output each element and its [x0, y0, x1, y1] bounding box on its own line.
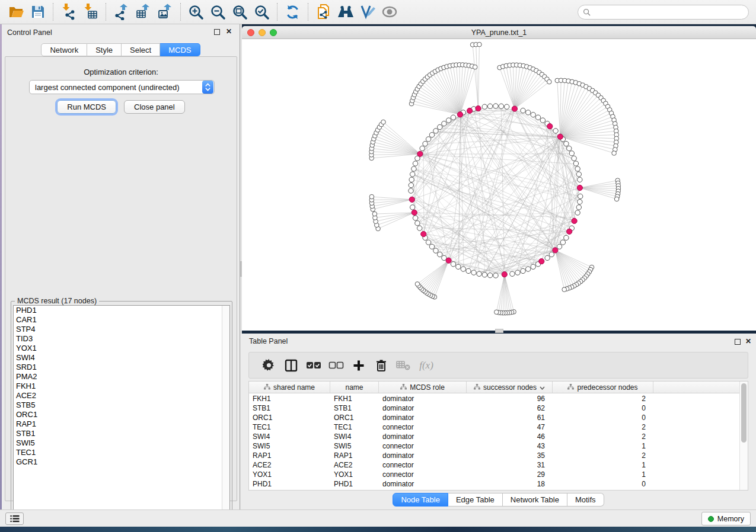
mcds-result-item[interactable]: SRD1	[14, 363, 229, 372]
mcds-result-item[interactable]: STP4	[14, 325, 229, 334]
network-node[interactable]	[575, 210, 580, 215]
cell-successor-nodes[interactable]: 46	[467, 432, 553, 441]
network-node[interactable]	[493, 104, 498, 108]
tab-node-table[interactable]: Node Table	[393, 493, 448, 507]
cell-predecessor-nodes[interactable]: 2	[553, 432, 653, 441]
network-node[interactable]	[531, 264, 535, 269]
network-node[interactable]	[456, 264, 461, 269]
cell-name[interactable]: STB1	[330, 404, 379, 412]
cell-MCDS-role[interactable]: connector	[379, 461, 467, 469]
show-details-eye-icon[interactable]	[378, 1, 400, 23]
tab-select[interactable]: Select	[122, 43, 160, 56]
cell-shared-name[interactable]: PHD1	[249, 480, 330, 488]
mcds-node[interactable]	[572, 218, 577, 223]
network-node[interactable]	[412, 166, 416, 171]
tab-network[interactable]: Network	[41, 43, 87, 56]
table-row[interactable]: SWI5SWI5connector431	[249, 441, 740, 451]
cell-name[interactable]: PHD1	[330, 480, 379, 488]
cell-shared-name[interactable]: YOX1	[249, 470, 330, 479]
mcds-node[interactable]	[512, 106, 517, 111]
cell-predecessor-nodes[interactable]: 1	[553, 442, 653, 450]
mcds-result-item[interactable]: PHD1	[14, 306, 229, 315]
cell-predecessor-nodes[interactable]: 2	[553, 451, 653, 460]
select-all-icon[interactable]	[302, 354, 325, 377]
network-node[interactable]	[473, 65, 477, 69]
network-node[interactable]	[410, 172, 415, 177]
cell-successor-nodes[interactable]: 61	[467, 414, 553, 422]
network-node[interactable]	[521, 268, 525, 273]
cell-successor-nodes[interactable]: 18	[467, 480, 553, 488]
tab-motifs[interactable]: Motifs	[567, 493, 604, 507]
cell-predecessor-nodes[interactable]: 2	[553, 423, 653, 431]
first-neighbors-icon[interactable]	[334, 1, 356, 23]
network-node[interactable]	[614, 197, 619, 201]
cell-name[interactable]: FKH1	[330, 395, 379, 403]
mcds-result-item[interactable]: SWI4	[14, 353, 229, 363]
network-node[interactable]	[526, 267, 531, 271]
export-image-icon[interactable]	[154, 1, 176, 23]
cell-predecessor-nodes[interactable]: 0	[553, 480, 653, 488]
close-panel-icon[interactable]: ✕	[226, 27, 232, 36]
export-network-icon[interactable]	[110, 1, 132, 23]
table-row[interactable]: TEC1TEC1connector472	[249, 422, 740, 432]
network-node[interactable]	[576, 205, 581, 210]
network-node[interactable]	[540, 118, 545, 123]
close-panel-button[interactable]: Close panel	[124, 100, 185, 114]
run-mcds-button[interactable]: Run MCDS	[57, 100, 116, 114]
cell-predecessor-nodes[interactable]: 1	[553, 461, 653, 469]
table-row[interactable]: RAP1RAP1dominator352	[249, 451, 740, 460]
deselect-all-icon[interactable]	[325, 354, 347, 377]
cell-shared-name[interactable]: SWI5	[249, 442, 330, 450]
cell-successor-nodes[interactable]: 35	[467, 451, 553, 460]
tab-style[interactable]: Style	[87, 43, 122, 56]
network-node[interactable]	[438, 124, 442, 129]
network-node[interactable]	[471, 270, 476, 275]
task-history-button[interactable]	[5, 512, 24, 525]
table-row[interactable]: ACE2ACE2connector311	[249, 460, 740, 470]
cell-shared-name[interactable]: ACE2	[249, 461, 330, 469]
mcds-result-item[interactable]: GCR1	[14, 457, 229, 467]
column-header-shared-name[interactable]: shared name	[249, 382, 330, 393]
network-node[interactable]	[433, 248, 438, 253]
cell-MCDS-role[interactable]: dominator	[379, 414, 467, 422]
criterion-dropdown[interactable]: largest connected component (undirected)	[29, 80, 215, 94]
mcds-node[interactable]	[539, 259, 544, 264]
mcds-node[interactable]	[417, 151, 423, 156]
zoom-in-icon[interactable]	[185, 1, 207, 23]
cell-shared-name[interactable]: RAP1	[249, 451, 330, 460]
network-node[interactable]	[477, 271, 481, 276]
table-row[interactable]: ORC1ORC1dominator610	[249, 413, 740, 422]
network-node[interactable]	[499, 104, 503, 108]
network-node[interactable]	[372, 211, 377, 216]
table-scrollbar[interactable]	[739, 382, 748, 490]
cell-MCDS-role[interactable]: dominator	[379, 480, 467, 488]
table-scrollbar-thumb[interactable]	[741, 383, 747, 443]
mcds-node[interactable]	[409, 197, 414, 202]
zoom-fit-icon[interactable]	[229, 1, 251, 23]
network-node[interactable]	[451, 262, 455, 267]
cell-MCDS-role[interactable]: connector	[379, 442, 467, 450]
mcds-node[interactable]	[567, 229, 572, 234]
network-node[interactable]	[535, 115, 540, 120]
cell-predecessor-nodes[interactable]: 1	[553, 470, 653, 479]
network-node[interactable]	[487, 104, 492, 108]
cell-predecessor-nodes[interactable]: 0	[553, 404, 653, 412]
network-node[interactable]	[420, 146, 425, 150]
network-node[interactable]	[557, 244, 562, 249]
cell-shared-name[interactable]: TEC1	[249, 423, 330, 431]
network-node[interactable]	[487, 273, 492, 278]
network-node[interactable]	[409, 182, 413, 187]
cell-successor-nodes[interactable]: 29	[467, 470, 553, 479]
columns-icon[interactable]	[280, 354, 302, 377]
network-node[interactable]	[426, 137, 430, 142]
network-node[interactable]	[442, 121, 446, 126]
cell-shared-name[interactable]: ORC1	[249, 414, 330, 422]
table-row[interactable]: SWI4SWI4dominator462	[249, 432, 740, 441]
cell-successor-nodes[interactable]: 43	[467, 442, 553, 450]
cell-predecessor-nodes[interactable]: 0	[553, 414, 653, 422]
network-node[interactable]	[413, 216, 417, 220]
network-node[interactable]	[493, 273, 498, 278]
network-node[interactable]	[526, 110, 531, 115]
mcds-result-item[interactable]: PMA2	[14, 372, 229, 382]
network-window-titlebar[interactable]: YPA_prune.txt_1	[242, 26, 756, 39]
